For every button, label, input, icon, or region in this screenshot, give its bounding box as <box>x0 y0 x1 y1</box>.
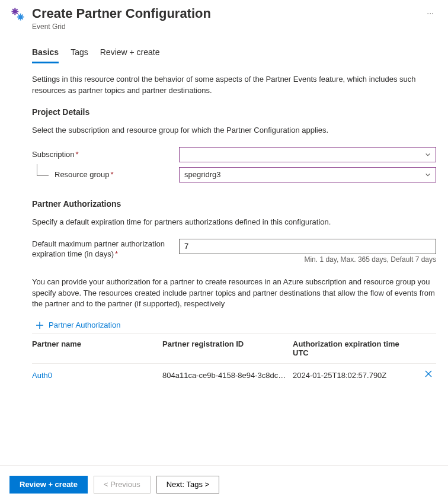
tab-review-create[interactable]: Review + create <box>100 44 160 63</box>
column-header-partner-name: Partner name <box>32 339 162 357</box>
resource-group-select[interactable]: spegridrg3 <box>179 167 436 182</box>
resource-group-value: spegridrg3 <box>184 170 220 179</box>
tabs: Basics Tags Review + create <box>32 44 439 63</box>
next-button[interactable]: Next: Tags > <box>156 476 219 494</box>
authorization-long-desc: You can provide your authorization for a… <box>32 277 436 310</box>
partner-authorizations-heading: Partner Authorizations <box>32 199 436 209</box>
expiration-label: Default maximum partner authorization ex… <box>32 239 165 259</box>
subscription-label: Subscription <box>32 150 75 159</box>
partner-authorizations-desc: Specify a default expiration time for pa… <box>32 217 436 228</box>
chevron-down-icon <box>425 152 431 158</box>
add-partner-authorization-label: Partner Authorization <box>49 321 120 329</box>
tab-basics[interactable]: Basics <box>32 44 59 63</box>
page-subtitle: Event Grid <box>32 23 416 31</box>
plus-icon <box>36 321 44 329</box>
intro-text: Settings in this resource control the be… <box>32 74 436 97</box>
page-title: Create Partner Configuration <box>32 6 416 21</box>
event-grid-icon <box>9 6 26 24</box>
tab-tags[interactable]: Tags <box>71 44 88 63</box>
table-row: Auth0 804a11ca-ce9b-4158-8e94-3c8dc7… 20… <box>32 364 436 386</box>
review-create-button[interactable]: Review + create <box>9 476 88 494</box>
column-header-registration-id: Partner registration ID <box>162 339 293 357</box>
partner-registration-id: 804a11ca-ce9b-4158-8e94-3c8dc7… <box>162 371 293 380</box>
more-button[interactable]: ··· <box>422 6 439 20</box>
authorizations-table: Partner name Partner registration ID Aut… <box>32 333 436 386</box>
add-partner-authorization-button[interactable]: Partner Authorization <box>36 321 436 329</box>
resource-group-label: Resource group <box>55 170 110 179</box>
footer: Review + create < Previous Next: Tags > <box>0 465 448 503</box>
expiration-hint: Min. 1 day, Max. 365 days, Default 7 day… <box>179 255 436 264</box>
required-asterisk: * <box>76 150 79 159</box>
remove-row-button[interactable] <box>424 370 433 380</box>
required-asterisk: * <box>111 170 114 179</box>
tree-connector-icon <box>37 164 49 176</box>
project-details-desc: Select the subscription and resource gro… <box>32 125 436 136</box>
project-details-heading: Project Details <box>32 107 436 117</box>
column-header-expiration: Authorization expiration time UTC <box>293 339 421 357</box>
close-icon <box>424 370 433 378</box>
required-asterisk: * <box>115 249 118 258</box>
subscription-select[interactable] <box>179 147 436 162</box>
previous-button[interactable]: < Previous <box>94 476 151 494</box>
svg-point-1 <box>18 15 23 19</box>
partner-name-link[interactable]: Auth0 <box>32 371 52 380</box>
svg-point-0 <box>13 9 17 14</box>
expiration-input[interactable] <box>179 239 436 254</box>
chevron-down-icon <box>425 172 431 178</box>
partner-expiration: 2024-01-25T18:02:57.790Z <box>293 371 421 380</box>
